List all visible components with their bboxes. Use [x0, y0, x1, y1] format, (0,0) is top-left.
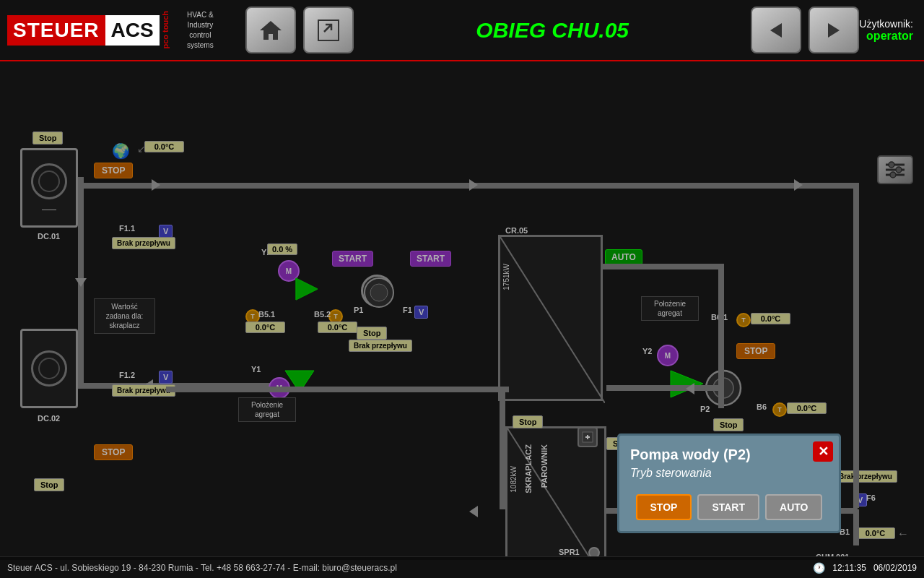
footer-time-area: 🕐 12:11:35 06/02/2019 [813, 562, 917, 574]
user-info: Użytkownik: operator [859, 18, 924, 43]
dialog-buttons: STOP START AUTO [630, 494, 828, 520]
logo-subtitle: HVAC & Industry control systems [177, 10, 224, 51]
logo-area: STEUER ACS pco touch HVAC & Industry con… [0, 9, 224, 51]
svg-marker-3 [828, 23, 840, 38]
dialog-close-button[interactable]: ✕ [813, 441, 833, 462]
header-nav [245, 7, 354, 53]
dialog-stop-button[interactable]: STOP [636, 494, 692, 520]
svg-line-1 [324, 25, 331, 32]
logo-steuer: STEUER [7, 15, 105, 46]
footer-time: 12:11:35 [832, 563, 866, 573]
dialog-subtitle: Tryb sterowania [630, 467, 828, 480]
operator-name: operator [859, 30, 913, 43]
dialog-auto-button[interactable]: AUTO [765, 494, 822, 520]
footer-date: 06/02/2019 [873, 563, 917, 573]
user-label: Użytkownik: [859, 18, 913, 30]
back-button[interactable] [751, 7, 801, 53]
header: STEUER ACS pco touch HVAC & Industry con… [0, 0, 924, 61]
forward-button[interactable] [808, 7, 859, 53]
export-button[interactable] [303, 7, 354, 53]
logo-pco: pco touch [160, 9, 171, 51]
pump-dialog: Pompa wody (P2) Tryb sterowania STOP STA… [617, 434, 841, 533]
home-button[interactable] [245, 7, 296, 53]
logo-acs: ACS [105, 15, 160, 46]
footer-company: Steuer ACS - ul. Sobieskiego 19 - 84-230… [7, 563, 397, 573]
svg-rect-0 [318, 20, 339, 40]
footer-clock-icon: 🕐 [813, 562, 825, 574]
dialog-title: Pompa wody (P2) [630, 447, 828, 463]
main-diagram: —— DC.01 Stop STOP 🌍 ↙ 0.0°C DC.02 Stop … [0, 61, 924, 560]
dialog-overlay: Pompa wody (P2) Tryb sterowania STOP STA… [0, 61, 924, 560]
dialog-start-button[interactable]: START [697, 494, 759, 520]
header-title: OBIEG CHU.05 [354, 18, 751, 43]
nav-arrows [751, 7, 859, 53]
svg-marker-2 [770, 23, 782, 38]
